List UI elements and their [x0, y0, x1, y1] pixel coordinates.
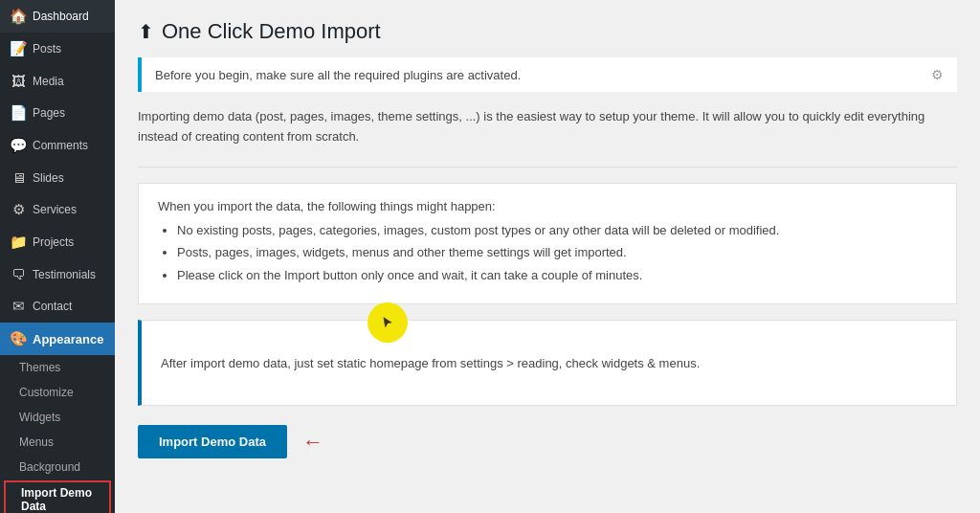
upload-icon: ⬆ — [138, 20, 154, 43]
gear-icon[interactable]: ⚙ — [931, 67, 944, 82]
info-section: When you import the data, the following … — [138, 183, 957, 305]
sidebar-item-comments[interactable]: 💬 Comments — [0, 129, 115, 162]
info-bullet-2: Posts, pages, images, widgets, menus and… — [177, 243, 937, 262]
contact-icon: ✉ — [10, 298, 27, 315]
sidebar-item-projects[interactable]: 📁 Projects — [0, 226, 115, 258]
testimonials-icon: 🗨 — [10, 266, 27, 282]
page-title: ⬆ One Click Demo Import — [138, 19, 957, 44]
notice-text: Before you begin, make sure all the requ… — [155, 68, 521, 82]
sidebar-item-testimonials[interactable]: 🗨 Testimonials — [0, 258, 115, 290]
import-demo-data-button[interactable]: Import Demo Data — [138, 425, 287, 458]
posts-icon: 📝 — [10, 40, 27, 57]
sidebar-item-pages[interactable]: 📄 Pages — [0, 97, 115, 129]
cursor-indicator — [368, 302, 408, 343]
sidebar-item-contact[interactable]: ✉ Contact — [0, 290, 115, 323]
sidebar-sub-menus[interactable]: Menus — [0, 430, 115, 455]
divider-1 — [138, 167, 957, 167]
sidebar-sub-background[interactable]: Background — [0, 455, 115, 480]
sidebar-item-services[interactable]: ⚙ Services — [0, 193, 115, 226]
sidebar-sub-import-demo-data[interactable]: Import Demo Data — [4, 480, 111, 513]
media-icon: 🖼 — [10, 73, 27, 89]
import-box: After import demo data, just set static … — [138, 320, 957, 406]
comments-icon: 💬 — [10, 137, 27, 154]
description-text: Importing demo data (post, pages, images… — [138, 107, 957, 147]
main-content: ⬆ One Click Demo Import Before you begin… — [115, 0, 980, 513]
sidebar-item-appearance[interactable]: 🎨 Appearance — [0, 323, 115, 355]
info-bullets-list: No existing posts, pages, categories, im… — [158, 221, 937, 285]
info-heading: When you import the data, the following … — [158, 199, 937, 213]
slides-icon: 🖥 — [10, 169, 27, 186]
info-bullet-3: Please click on the Import button only o… — [177, 266, 937, 285]
appearance-icon: 🎨 — [10, 330, 27, 347]
dashboard-icon: 🏠 — [10, 8, 27, 25]
red-arrow-indicator: ← — [302, 430, 323, 455]
sidebar-sub-themes[interactable]: Themes — [0, 355, 115, 380]
info-bullet-1: No existing posts, pages, categories, im… — [177, 221, 937, 240]
sidebar-item-dashboard[interactable]: 🏠 Dashboard — [0, 0, 115, 33]
sidebar-item-posts[interactable]: 📝 Posts — [0, 33, 115, 65]
button-row: Import Demo Data ← — [138, 425, 957, 458]
notice-bar: Before you begin, make sure all the requ… — [138, 57, 957, 92]
sidebar-sub-widgets[interactable]: Widgets — [0, 405, 115, 430]
pages-icon: 📄 — [10, 104, 27, 122]
import-box-text: After import demo data, just set static … — [161, 356, 700, 370]
sidebar-item-media[interactable]: 🖼 Media — [0, 65, 115, 97]
services-icon: ⚙ — [10, 201, 27, 218]
sidebar-item-slides[interactable]: 🖥 Slides — [0, 162, 115, 193]
sidebar: 🏠 Dashboard 📝 Posts 🖼 Media 📄 Pages 💬 Co… — [0, 0, 115, 513]
projects-icon: 📁 — [10, 234, 27, 251]
sidebar-sub-customize[interactable]: Customize — [0, 380, 115, 405]
